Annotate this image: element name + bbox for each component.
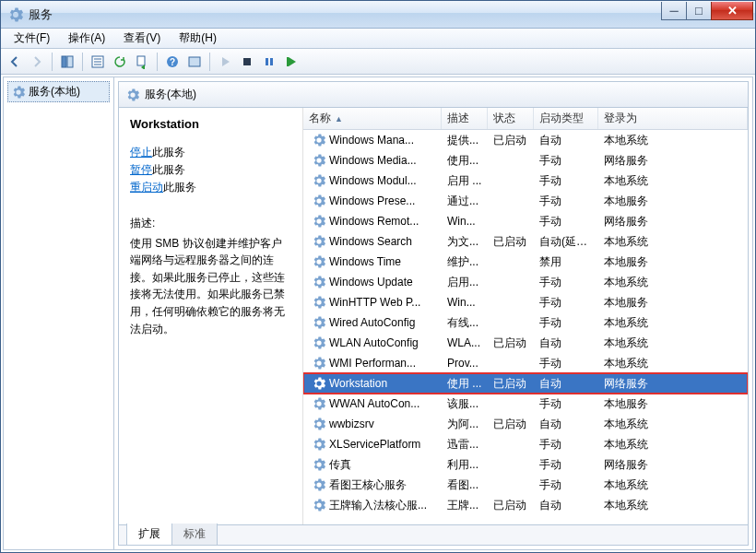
- service-row[interactable]: Wired AutoConfig有线...手动本地系统: [303, 312, 748, 333]
- restart-link[interactable]: 重启动: [130, 181, 163, 194]
- gear-icon: [313, 499, 325, 512]
- service-row[interactable]: WLAN AutoConfigWLA...已启动自动本地系统: [303, 333, 748, 353]
- gear-icon: [313, 215, 325, 228]
- service-row[interactable]: Windows Remot...Win...手动网络服务: [303, 211, 748, 231]
- titlebar[interactable]: 服务 ─ □ ✕: [1, 1, 755, 29]
- service-startup-cell: 自动: [534, 376, 598, 392]
- pause-service-button[interactable]: [259, 52, 279, 72]
- stop-service-button[interactable]: [237, 52, 257, 72]
- show-hide-tree-button[interactable]: [57, 52, 77, 72]
- svg-rect-13: [287, 57, 289, 66]
- service-logon-cell: 网络服务: [598, 457, 748, 473]
- gear-icon: [12, 86, 25, 99]
- service-row[interactable]: Windows Time维护...禁用本地服务: [303, 252, 748, 272]
- toolbar-separator: [157, 53, 158, 71]
- service-logon-cell: 本地服务: [598, 194, 748, 209]
- service-logon-cell: 本地系统: [598, 335, 748, 351]
- service-name-cell: Windows Remot...: [329, 215, 419, 228]
- service-startup-cell: 手动: [534, 214, 598, 229]
- help-button[interactable]: ?: [162, 52, 183, 72]
- service-desc-cell: 利用...: [442, 457, 488, 473]
- service-name-cell: WLAN AutoConfig: [329, 336, 419, 349]
- col-startup-type[interactable]: 启动类型: [534, 108, 598, 129]
- service-name-cell: Windows Search: [329, 235, 412, 248]
- svg-rect-12: [270, 58, 273, 65]
- service-startup-cell: 手动: [534, 396, 598, 412]
- service-startup-cell: 手动: [534, 173, 598, 189]
- toolbar-separator: [52, 53, 53, 71]
- pause-link[interactable]: 暂停: [130, 163, 152, 176]
- col-logon-as[interactable]: 登录为: [598, 108, 748, 129]
- svg-rect-10: [243, 58, 251, 65]
- description-text: 使用 SMB 协议创建并维护客户端网络与远程服务器之间的连接。如果此服务已停止，…: [130, 235, 291, 338]
- detail-pane: Workstation 停止此服务 暂停此服务 重启动此服务 描述: 使用 SM…: [119, 108, 303, 524]
- service-name-cell: Windows Modul...: [329, 174, 417, 187]
- service-row[interactable]: Windows Mana...提供...已启动自动本地系统: [303, 130, 748, 150]
- close-button[interactable]: ✕: [711, 2, 753, 20]
- menu-file[interactable]: 文件(F): [6, 29, 57, 48]
- tree-pane[interactable]: 服务(本地): [4, 77, 114, 549]
- minimize-button[interactable]: ─: [661, 2, 687, 20]
- service-row[interactable]: Windows Media...使用...手动网络服务: [303, 150, 748, 171]
- service-row[interactable]: Windows Modul...启用 ...手动本地系统: [303, 171, 748, 191]
- selected-service-name: Workstation: [130, 117, 291, 131]
- menu-help[interactable]: 帮助(H): [171, 29, 224, 48]
- svg-rect-1: [67, 56, 73, 67]
- service-row[interactable]: Windows Prese...通过...手动本地服务: [303, 191, 748, 211]
- tab-extended[interactable]: 扩展: [126, 524, 172, 545]
- service-logon-cell: 本地系统: [598, 234, 748, 250]
- gear-icon: [313, 418, 325, 430]
- list-body[interactable]: Windows Mana...提供...已启动自动本地系统Windows Med…: [303, 130, 748, 524]
- stop-link[interactable]: 停止: [130, 146, 152, 159]
- menubar: 文件(F) 操作(A) 查看(V) 帮助(H): [1, 29, 755, 49]
- tree-root-label: 服务(本地): [29, 84, 80, 100]
- gear-icon: [126, 88, 139, 101]
- content-title: 服务(本地): [145, 87, 196, 102]
- service-name-cell: Windows Update: [329, 276, 413, 288]
- service-desc-cell: 使用...: [442, 153, 488, 169]
- about-button[interactable]: [184, 52, 205, 72]
- gear-icon: [313, 438, 325, 451]
- back-button[interactable]: [5, 52, 25, 72]
- service-startup-cell: 手动: [534, 194, 598, 209]
- restart-service-button[interactable]: [281, 52, 301, 72]
- tree-root-item[interactable]: 服务(本地): [7, 81, 110, 102]
- export-button[interactable]: [132, 52, 152, 72]
- service-startup-cell: 手动: [534, 356, 598, 371]
- service-startup-cell: 手动: [534, 315, 598, 331]
- service-name-cell: 看图王核心服务: [329, 477, 407, 493]
- service-name-cell: Windows Media...: [329, 154, 417, 167]
- description-label: 描述:: [130, 216, 291, 231]
- service-row[interactable]: XLServicePlatform迅雷...手动本地系统: [303, 434, 748, 454]
- tab-standard[interactable]: 标准: [171, 524, 218, 545]
- service-name-cell: XLServicePlatform: [329, 438, 420, 451]
- service-row[interactable]: WinHTTP Web P...Win...手动本地服务: [303, 292, 748, 312]
- service-row[interactable]: WMI Performan...Prov...手动本地系统: [303, 353, 748, 373]
- service-desc-cell: 启用...: [442, 275, 488, 290]
- service-row[interactable]: 传真利用...手动网络服务: [303, 454, 748, 475]
- service-row[interactable]: wwbizsrv为阿...已启动自动本地系统: [303, 414, 748, 434]
- service-row[interactable]: 王牌输入法核心服...王牌...已启动自动本地系统: [303, 495, 748, 515]
- forward-button[interactable]: [27, 52, 47, 72]
- refresh-button[interactable]: [110, 52, 130, 72]
- menu-view[interactable]: 查看(V): [116, 29, 168, 48]
- col-name[interactable]: 名称▲: [303, 108, 442, 129]
- menu-action[interactable]: 操作(A): [61, 29, 112, 48]
- properties-button[interactable]: [88, 52, 108, 72]
- col-status[interactable]: 状态: [488, 108, 534, 129]
- service-row[interactable]: Windows Update启用...手动本地系统: [303, 272, 748, 292]
- service-row[interactable]: WWAN AutoCon...该服...手动本地服务: [303, 394, 748, 414]
- svg-rect-9: [189, 57, 200, 66]
- maximize-button[interactable]: □: [686, 2, 712, 20]
- service-row[interactable]: Windows Search为文...已启动自动(延迟...本地系统: [303, 231, 748, 252]
- service-desc-cell: 为阿...: [442, 417, 488, 432]
- col-description[interactable]: 描述: [442, 108, 488, 129]
- content-pane: 服务(本地) Workstation 停止此服务 暂停此服务 重启动此服务 描述…: [118, 81, 749, 546]
- service-row[interactable]: 看图王核心服务看图...手动本地系统: [303, 475, 748, 495]
- start-service-button[interactable]: [215, 52, 235, 72]
- service-startup-cell: 自动: [534, 498, 598, 513]
- service-status-cell: 已启动: [488, 376, 534, 392]
- service-row[interactable]: Workstation使用 ...已启动自动网络服务: [303, 373, 748, 394]
- service-desc-cell: Win...: [442, 215, 488, 228]
- service-desc-cell: 提供...: [442, 133, 488, 148]
